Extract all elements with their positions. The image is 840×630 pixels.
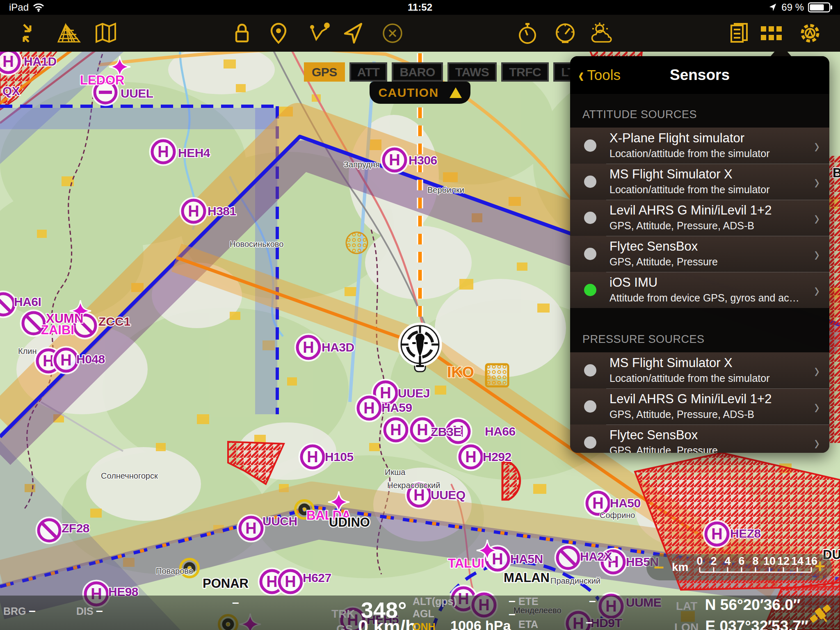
field-lat[interactable]: LAT N 56°20′36.0″ [676, 596, 801, 614]
field-ete[interactable]: ETE [518, 596, 539, 607]
battery-icon [808, 2, 833, 13]
heliport-symbol[interactable]: H [704, 521, 730, 547]
modules-grid-icon[interactable] [758, 21, 784, 46]
caution-banner[interactable]: CAUTION [370, 82, 470, 104]
heliport-symbol[interactable]: H [277, 568, 304, 595]
status-button-taws[interactable]: TAWS [447, 62, 497, 82]
svg-text:H: H [158, 143, 169, 160]
svg-text:H: H [363, 399, 374, 417]
sensor-title: Flytec SensBox [609, 239, 698, 254]
chevron-right-icon: › [814, 430, 819, 453]
map-icon[interactable] [93, 21, 119, 46]
sensor-row[interactable]: Flytec SensBoxGPS, Attitude, Pressure› [570, 236, 829, 272]
sensor-row[interactable]: MS Flight Simulator XLocation/attitude f… [570, 352, 829, 388]
svg-text:H: H [492, 550, 503, 568]
pin-icon[interactable] [266, 21, 291, 46]
sensor-status-buttons: GPSATTBAROTAWSTRFCLTRK [304, 62, 600, 82]
hatchcircle-symbol[interactable] [346, 232, 368, 253]
collapse-toolbar-icon[interactable] [18, 21, 43, 46]
documents-icon[interactable] [726, 21, 752, 46]
terrain-3d-icon[interactable] [56, 21, 81, 46]
sensor-row[interactable]: Levil AHRS G Mini/iLevil 1+2GPS, Attitud… [570, 388, 829, 425]
prohibited-symbol[interactable] [37, 518, 62, 543]
heliport-symbol[interactable]: H [0, 48, 21, 75]
chevron-right-icon: › [814, 394, 819, 419]
map-label: MALAN [504, 571, 550, 585]
status-dot-icon [584, 139, 596, 152]
field-qnh[interactable]: QNH [413, 621, 436, 630]
sensor-row[interactable]: iOS IMUAttitude from device GPS, gyros a… [570, 272, 829, 308]
sensor-list: ATTITUDE SOURCESX-Plane Flight simulator… [570, 94, 829, 453]
field-wpt-value[interactable]: – [232, 596, 239, 609]
zoom-out-button[interactable]: – [654, 557, 664, 575]
chevron-right-icon: › [814, 133, 819, 158]
sensor-subtitle: Location/attitude from the simulator [609, 372, 769, 384]
map-label: HA6I [14, 295, 41, 308]
map-label: HA50 [610, 496, 641, 510]
sensor-title: Flytec SensBox [609, 428, 698, 443]
field-brg[interactable]: BRG [3, 605, 26, 617]
lock-icon[interactable] [229, 21, 255, 46]
field-alt[interactable]: ALT(gps) [413, 596, 457, 607]
svg-text:8: 8 [752, 555, 758, 567]
map-label: H048 [76, 352, 105, 366]
map-label: HA5N [510, 552, 543, 566]
instruments-gauge-icon[interactable] [552, 21, 578, 46]
sensor-row[interactable]: MS Flight Simulator XLocation/attitude f… [570, 164, 829, 200]
sensor-title: Levil AHRS G Mini/iLevil 1+2 [609, 392, 772, 406]
heliport-symbol[interactable]: H [458, 444, 484, 470]
heliport-symbol[interactable]: H [383, 417, 409, 443]
status-button-trfc[interactable]: TRFC [501, 62, 549, 82]
status-dot-icon [584, 436, 596, 449]
status-button-baro[interactable]: BARO [392, 62, 443, 82]
field-lon[interactable]: LON E 037°32′53.7″ [674, 618, 808, 630]
map-label: Солнечногорск [101, 471, 158, 480]
back-to-tools-button[interactable]: ‹ Tools [578, 67, 621, 83]
heliport-symbol[interactable]: H [53, 347, 79, 373]
ikosquare-symbol[interactable] [486, 364, 508, 386]
svg-text:H: H [60, 352, 71, 369]
heliport-symbol[interactable]: H [299, 444, 326, 470]
field-eta[interactable]: ETA [518, 619, 538, 630]
zoom-in-button[interactable]: + [815, 557, 825, 575]
heliport-symbol[interactable]: H [356, 395, 382, 421]
status-button-gps[interactable]: GPS [304, 62, 345, 82]
heliport-symbol[interactable]: H [180, 198, 207, 224]
pointer-arrow-icon[interactable] [341, 21, 366, 46]
field-gs[interactable]: GS 0 km/h [336, 616, 416, 630]
heliport-symbol[interactable]: H [381, 147, 408, 173]
field-dis[interactable]: DIS [76, 605, 94, 617]
status-button-att[interactable]: ATT [349, 62, 388, 82]
map-label: HA3D [322, 340, 354, 354]
map-label: ZAIBI [41, 323, 74, 337]
svg-text:H: H [303, 339, 314, 356]
map-label: HEH4 [178, 146, 210, 160]
prohibited-symbol[interactable] [555, 545, 581, 571]
field-qnh-value: 1006 hPa [450, 618, 511, 630]
field-dis-value: – [96, 604, 103, 618]
sensor-title: X-Plane Flight simulator [609, 131, 744, 146]
map-label: H292 [483, 450, 511, 463]
heliport-symbol[interactable]: H [150, 139, 176, 165]
heliport-symbol[interactable]: H [295, 334, 322, 361]
route-icon[interactable] [307, 21, 333, 46]
map-label: Вербилки [427, 185, 464, 194]
sensor-row[interactable]: Levil AHRS G Mini/iLevil 1+2GPS, Attitud… [570, 200, 829, 236]
sensor-subtitle: GPS, Attitude, Pressure, ADS-B [609, 409, 754, 420]
settings-gear-icon[interactable] [797, 21, 823, 46]
svg-text:14: 14 [791, 555, 803, 567]
svg-text:H: H [592, 495, 603, 512]
heliport-symbol[interactable]: H [238, 515, 264, 541]
chevron-right-icon: › [814, 169, 819, 194]
sensor-subtitle: Location/attitude from the simulator [609, 148, 769, 160]
svg-text:0: 0 [696, 555, 703, 567]
sensor-row[interactable]: Flytec SensBoxGPS, Attitude, Pressure› [570, 425, 829, 453]
sensor-row[interactable]: X-Plane Flight simulatorLocation/attitud… [570, 128, 829, 164]
close-circle-icon[interactable] [380, 21, 405, 46]
ios-status-bar: iPad 11:52 69 % [0, 0, 840, 15]
map-label: PONAR [203, 576, 249, 591]
weather-icon[interactable] [590, 21, 615, 46]
map-label: Икша [385, 468, 406, 477]
field-agl[interactable]: AGL [413, 608, 434, 620]
timer-icon[interactable] [515, 21, 540, 46]
